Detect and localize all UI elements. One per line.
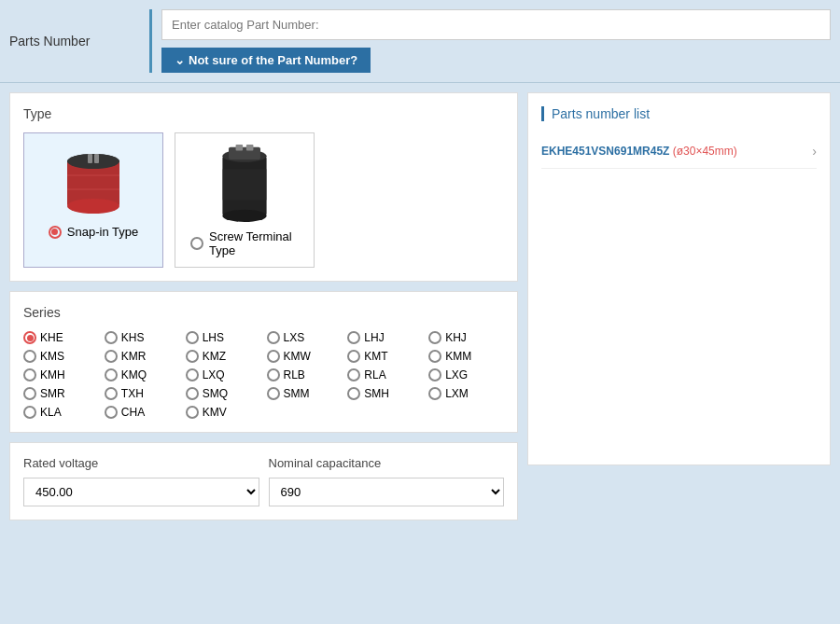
series-radio-lxs[interactable] xyxy=(267,331,280,344)
series-radio-smh[interactable] xyxy=(347,387,360,400)
series-item-lxq[interactable]: LXQ xyxy=(186,368,261,381)
series-item-kmt[interactable]: KMT xyxy=(347,350,423,363)
series-item-rlb[interactable]: RLB xyxy=(267,368,343,381)
type-options: Snap-in Type xyxy=(23,132,504,268)
series-item-smh[interactable]: SMH xyxy=(347,387,423,400)
screw-terminal-type-label: Screw Terminal Type xyxy=(190,229,299,257)
series-radio-cha[interactable] xyxy=(105,406,118,419)
parts-list-dims: (ø30×45mm) xyxy=(669,145,736,158)
series-item-lxs[interactable]: LXS xyxy=(267,331,343,344)
series-radio-smm[interactable] xyxy=(267,387,280,400)
series-item-txh[interactable]: TXH xyxy=(105,387,180,400)
right-panel: Parts number list EKHE451VSN691MR45Z (ø3… xyxy=(527,92,831,520)
rated-voltage-label: Rated voltage xyxy=(23,456,259,470)
series-item-smq[interactable]: SMQ xyxy=(186,387,261,400)
series-radio-lxq[interactable] xyxy=(186,368,199,381)
svg-point-2 xyxy=(67,199,119,214)
dropdowns-row: Rated voltage 450.00400.00350.00300.0025… xyxy=(9,442,518,520)
series-radio-khj[interactable] xyxy=(428,331,441,344)
series-radio-lhs[interactable] xyxy=(186,331,199,344)
svg-rect-13 xyxy=(246,145,254,151)
type-section-title: Type xyxy=(23,106,504,121)
svg-rect-12 xyxy=(236,145,244,151)
series-radio-rlb[interactable] xyxy=(267,368,280,381)
chevron-down-icon: ⌄ xyxy=(175,53,185,67)
series-radio-kmz[interactable] xyxy=(186,350,199,363)
series-item-khe[interactable]: KHE xyxy=(23,331,99,344)
series-item-lhj[interactable]: LHJ xyxy=(347,331,423,344)
parts-list-code: EKHE451VSN691MR45Z xyxy=(541,145,669,158)
catalog-part-number-input[interactable] xyxy=(161,9,831,40)
series-item-kmr[interactable]: KMR xyxy=(105,350,180,363)
series-section: Series KHEKHSLHSLXSLHJKHJKMSKMRKMZKMWKMT… xyxy=(9,291,518,433)
svg-rect-11 xyxy=(229,147,260,159)
series-radio-khs[interactable] xyxy=(105,331,118,344)
main-content: Type xyxy=(0,83,840,530)
series-radio-kla[interactable] xyxy=(23,406,36,419)
series-item-cha[interactable]: CHA xyxy=(105,406,180,419)
series-item-kmv[interactable]: KMV xyxy=(186,406,261,419)
top-bar: Parts Number ⌄ Not sure of the Part Numb… xyxy=(0,0,840,83)
series-radio-lxg[interactable] xyxy=(428,368,441,381)
series-item-kmz[interactable]: KMZ xyxy=(186,350,261,363)
series-radio-smr[interactable] xyxy=(23,387,36,400)
series-radio-kmm[interactable] xyxy=(428,350,441,363)
series-radio-kmw[interactable] xyxy=(267,350,280,363)
series-radio-lxm[interactable] xyxy=(428,387,441,400)
parts-list-title: Parts number list xyxy=(541,106,817,121)
parts-list-item[interactable]: EKHE451VSN691MR45Z (ø30×45mm)› xyxy=(541,134,817,169)
series-item-khj[interactable]: KHJ xyxy=(428,331,504,344)
parts-list-box: Parts number list EKHE451VSN691MR45Z (ø3… xyxy=(527,92,831,465)
series-grid: KHEKHSLHSLXSLHJKHJKMSKMRKMZKMWKMTKMMKMHK… xyxy=(23,331,504,419)
series-radio-kmh[interactable] xyxy=(23,368,36,381)
series-item-rla[interactable]: RLA xyxy=(347,368,423,381)
series-item-lxg[interactable]: LXG xyxy=(428,368,504,381)
not-sure-label: Not sure of the Part Number? xyxy=(189,53,357,67)
chevron-right-icon: › xyxy=(812,144,817,159)
snap-in-cap-icon xyxy=(56,143,131,217)
nominal-capacitance-label: Nominal capacitance xyxy=(269,456,505,470)
series-radio-smq[interactable] xyxy=(186,387,199,400)
parts-number-text: Parts Number xyxy=(9,34,90,49)
type-snap-in[interactable]: Snap-in Type xyxy=(23,132,163,268)
left-panel: Type xyxy=(9,92,518,520)
parts-number-input-area: ⌄ Not sure of the Part Number? xyxy=(149,9,840,73)
snap-in-type-label: Snap-in Type xyxy=(49,225,138,239)
series-item-smm[interactable]: SMM xyxy=(267,387,343,400)
type-section: Type xyxy=(9,92,518,282)
series-item-kmh[interactable]: KMH xyxy=(23,368,99,381)
series-radio-lhj[interactable] xyxy=(347,331,360,344)
series-item-smr[interactable]: SMR xyxy=(23,387,99,400)
series-item-kmm[interactable]: KMM xyxy=(428,350,504,363)
svg-rect-14 xyxy=(222,169,266,200)
series-item-lhs[interactable]: LHS xyxy=(186,331,261,344)
screw-terminal-cap-icon xyxy=(217,143,273,222)
series-item-kmq[interactable]: KMQ xyxy=(105,368,180,381)
series-radio-rla[interactable] xyxy=(347,368,360,381)
series-item-kms[interactable]: KMS xyxy=(23,350,99,363)
svg-point-3 xyxy=(67,154,119,169)
parts-list-items: EKHE451VSN691MR45Z (ø30×45mm)› xyxy=(541,134,817,169)
series-item-kmw[interactable]: KMW xyxy=(267,350,343,363)
series-radio-kms[interactable] xyxy=(23,350,36,363)
svg-rect-6 xyxy=(88,154,92,163)
not-sure-button[interactable]: ⌄ Not sure of the Part Number? xyxy=(161,48,371,73)
series-radio-kmt[interactable] xyxy=(347,350,360,363)
series-radio-khe[interactable] xyxy=(23,331,36,344)
rated-voltage-group: Rated voltage 450.00400.00350.00300.0025… xyxy=(23,456,259,506)
series-radio-kmv[interactable] xyxy=(186,406,199,419)
series-radio-txh[interactable] xyxy=(105,387,118,400)
parts-list-item-text: EKHE451VSN691MR45Z (ø30×45mm) xyxy=(541,145,737,158)
series-radio-kmr[interactable] xyxy=(105,350,118,363)
rated-voltage-select[interactable]: 450.00400.00350.00300.00250.00200.00 xyxy=(23,478,259,506)
series-item-khs[interactable]: KHS xyxy=(105,331,180,344)
series-item-lxm[interactable]: LXM xyxy=(428,387,504,400)
nominal-capacitance-select[interactable]: 690560470390330270220 xyxy=(269,478,505,506)
screw-terminal-radio[interactable] xyxy=(190,237,203,250)
type-screw-terminal[interactable]: Screw Terminal Type xyxy=(175,132,315,268)
series-radio-kmq[interactable] xyxy=(105,368,118,381)
series-item-kla[interactable]: KLA xyxy=(23,406,99,419)
svg-rect-7 xyxy=(94,154,99,163)
nominal-capacitance-group: Nominal capacitance 69056047039033027022… xyxy=(269,456,505,506)
snap-in-radio[interactable] xyxy=(49,226,62,239)
